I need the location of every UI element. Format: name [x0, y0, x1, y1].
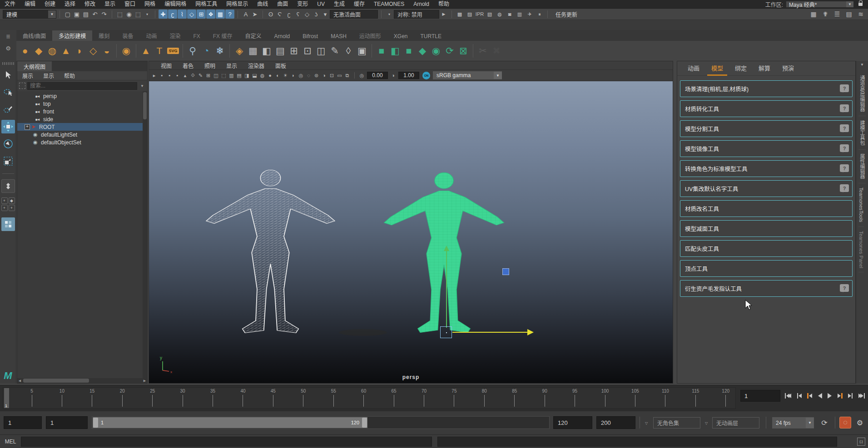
- playback-start-field[interactable]: 1: [46, 416, 88, 429]
- shelf-tool-icon[interactable]: ◊: [342, 44, 355, 58]
- history-icon[interactable]: ◇: [303, 10, 312, 19]
- tool-button[interactable]: 模型分割工具 ?: [680, 120, 853, 137]
- rotate-tool[interactable]: [1, 137, 15, 151]
- shelf-tool-icon[interactable]: ⊞: [287, 44, 301, 58]
- animation-preferences-icon[interactable]: ⚙: [854, 417, 866, 428]
- menu-item[interactable]: Arnold: [409, 0, 434, 9]
- render-icon[interactable]: ▧: [485, 10, 494, 19]
- viewport-toolbar-icon[interactable]: ▥: [228, 71, 235, 79]
- outliner-row[interactable]: defaultObjectSet: [17, 138, 147, 146]
- render-icon[interactable]: ✈: [525, 10, 534, 19]
- go-to-start-button[interactable]: [784, 392, 792, 399]
- selection-mode-icon[interactable]: ⬚: [134, 10, 143, 19]
- shelf-tool-icon[interactable]: ◈: [233, 44, 246, 58]
- help-icon[interactable]: ?: [840, 84, 849, 92]
- snap-icon[interactable]: ▦: [216, 10, 225, 19]
- viewport-toolbar-icon[interactable]: ▭: [336, 71, 343, 79]
- shelf-tool-icon[interactable]: ▦: [246, 44, 260, 58]
- outliner-search-input[interactable]: [27, 82, 137, 90]
- move-tool[interactable]: [1, 120, 15, 133]
- viewport-menu-item[interactable]: 视图: [155, 62, 177, 69]
- outliner-row[interactable]: front: [17, 108, 147, 115]
- play-forwards-button[interactable]: [827, 392, 833, 399]
- shelf-tool-icon[interactable]: ◆: [32, 44, 45, 58]
- outliner-hscrollbar[interactable]: ◀ ▶: [17, 378, 147, 383]
- outliner-title-tab[interactable]: 大纲视图: [17, 61, 52, 71]
- viewport-toolbar-icon[interactable]: ◨: [243, 71, 251, 79]
- history-icon[interactable]: ▾: [321, 10, 330, 19]
- outliner-vscrollbar[interactable]: [143, 91, 147, 378]
- menu-item[interactable]: 缓存: [349, 0, 369, 9]
- snap-icon[interactable]: ◇: [187, 10, 196, 19]
- shelf-tool-icon[interactable]: ❄: [213, 44, 227, 58]
- snap-active-icon[interactable]: [1, 217, 15, 231]
- outliner-row[interactable]: persp: [17, 92, 147, 100]
- sidebar-vertical-tab[interactable]: Teamones Panel: [858, 227, 864, 273]
- viewport-menu-item[interactable]: 面板: [270, 62, 292, 69]
- task-update-button[interactable]: 任务更新: [556, 10, 577, 18]
- viewport-toolbar-icon[interactable]: ⊞: [204, 71, 212, 79]
- last-tool-icon[interactable]: [1, 179, 15, 193]
- lock-tool-icon[interactable]: ➤: [250, 10, 259, 19]
- manipulator-center-handle[interactable]: [440, 326, 452, 338]
- step-back-frame-button[interactable]: [796, 392, 803, 399]
- history-icon[interactable]: ʗ: [284, 10, 293, 19]
- panel-tab[interactable]: 解算: [753, 61, 776, 76]
- expand-toggle-icon[interactable]: [25, 124, 30, 130]
- menu-item[interactable]: 曲线: [253, 0, 273, 9]
- viewport-3d-view[interactable]: y x persp: [149, 81, 673, 383]
- menu-item[interactable]: 编辑: [20, 0, 40, 9]
- render-icon[interactable]: ◙: [505, 10, 514, 19]
- gamma-field[interactable]: 1.00: [398, 72, 419, 79]
- outliner-menu-item[interactable]: 帮助: [59, 72, 80, 79]
- menu-item[interactable]: 编辑网格: [160, 0, 191, 9]
- menu-item[interactable]: 网格显示: [222, 0, 253, 9]
- shelf-tool-icon[interactable]: ■: [402, 44, 416, 58]
- selection-mode-icon[interactable]: ◉: [124, 10, 134, 19]
- menu-item[interactable]: 显示: [100, 0, 120, 9]
- history-icon[interactable]: Ϛ: [275, 10, 284, 19]
- viewport-toolbar-icon[interactable]: ▸: [150, 71, 158, 79]
- shelf-tool-icon[interactable]: [116, 44, 117, 58]
- shelf-tool-icon[interactable]: [136, 44, 136, 58]
- panel-toggle-icon[interactable]: ✟: [821, 10, 830, 19]
- panel-tab[interactable]: 动画: [682, 61, 705, 76]
- shelf-tab[interactable]: TURTLE: [414, 32, 448, 41]
- render-icon[interactable]: ⏸: [535, 10, 544, 19]
- playback-loop-icon[interactable]: ⟳: [818, 417, 830, 428]
- shelf-tool-icon[interactable]: ▲: [59, 44, 73, 58]
- shelf-tab[interactable]: 自定义: [238, 30, 268, 41]
- menu-item[interactable]: 网格: [140, 0, 160, 9]
- chevron-down-icon[interactable]: ▾: [385, 10, 394, 19]
- menu-item[interactable]: 文件: [0, 0, 20, 9]
- outliner-row[interactable]: ROOT: [17, 123, 147, 131]
- selection-mode-icon[interactable]: ⬚: [115, 10, 124, 19]
- viewport-toolbar-icon[interactable]: ◫: [212, 71, 220, 79]
- viewport-toolbar-icon[interactable]: ●: [266, 71, 274, 79]
- shelf-tool-icon[interactable]: ✂: [476, 44, 490, 58]
- history-icon[interactable]: ʖ: [312, 10, 321, 19]
- snap-icon[interactable]: ✚: [159, 10, 168, 19]
- shelf-tool-icon[interactable]: [473, 44, 473, 58]
- shelf-tool-icon[interactable]: [229, 44, 230, 58]
- shelf-tool-icon[interactable]: ●: [18, 44, 32, 58]
- render-icon[interactable]: IPR: [475, 10, 484, 19]
- tool-button[interactable]: 模型减面工具 ?: [680, 220, 853, 237]
- viewport-toolbar-icon[interactable]: ⊡: [328, 71, 336, 79]
- menu-item[interactable]: 窗口: [120, 0, 140, 9]
- viewport-toolbar-icon[interactable]: ◎: [297, 71, 305, 79]
- shelf-tool-icon[interactable]: ◒: [100, 44, 114, 58]
- outliner-row[interactable]: side: [17, 115, 147, 123]
- shelf-tab[interactable]: Bifrost: [296, 32, 324, 41]
- toolbar-icon[interactable]: ↶: [90, 10, 99, 19]
- filter-box-icon[interactable]: [19, 83, 25, 89]
- toolbar-icon[interactable]: ▣: [72, 10, 81, 19]
- manipulator-x-axis[interactable]: [452, 332, 527, 333]
- shelf-tool-icon[interactable]: ◉: [429, 44, 443, 58]
- shelf-tool-icon[interactable]: ⟳: [443, 44, 456, 58]
- render-icon[interactable]: ◍: [495, 10, 504, 19]
- current-time-marker[interactable]: 1: [4, 388, 9, 408]
- shelf-tool-icon[interactable]: ◆: [416, 44, 429, 58]
- chevron-right-icon[interactable]: ▶: [439, 10, 448, 19]
- outliner-row[interactable]: defaultLightSet: [17, 131, 147, 138]
